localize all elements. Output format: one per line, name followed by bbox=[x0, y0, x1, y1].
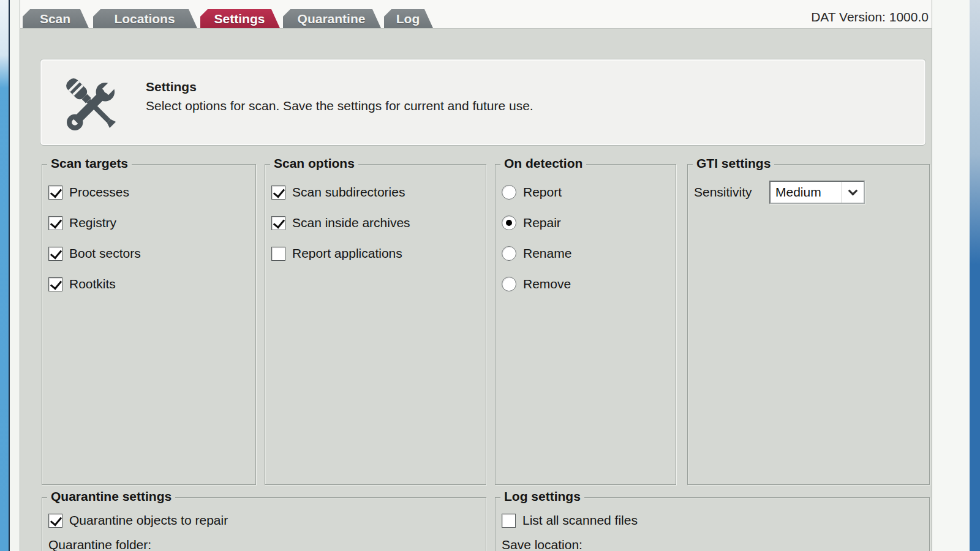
dat-version-text: DAT Version: 1000.0 bbox=[811, 10, 929, 24]
save-location-label: Save location: bbox=[496, 538, 929, 551]
window-frame-left-gutter bbox=[10, 0, 20, 551]
tab-quarantine[interactable]: Quarantine bbox=[283, 9, 381, 28]
radio-row-repair[interactable]: Repair bbox=[496, 208, 676, 238]
checkbox-label: Registry bbox=[69, 216, 116, 230]
checkbox-registry[interactable] bbox=[48, 216, 62, 230]
checkbox-label: Scan inside archives bbox=[292, 216, 410, 230]
tab-log[interactable]: Log bbox=[384, 9, 433, 28]
checkbox-row-scan-inside-archives[interactable]: Scan inside archives bbox=[265, 208, 486, 238]
page-title: Settings bbox=[146, 80, 197, 94]
radio-report[interactable] bbox=[502, 185, 516, 200]
radio-label: Remove bbox=[523, 277, 571, 291]
window-frame-left bbox=[0, 0, 9, 551]
radio-label: Repair bbox=[523, 216, 561, 230]
chevron-down-icon bbox=[848, 186, 858, 195]
radio-rename[interactable] bbox=[502, 246, 516, 261]
sensitivity-label: Sensitivity bbox=[694, 185, 769, 200]
checkbox-label: Scan subdirectories bbox=[292, 185, 405, 200]
checkbox-boot-sectors[interactable] bbox=[48, 247, 62, 261]
group-log-settings: Log settings List all scanned files Save… bbox=[495, 497, 930, 551]
checkbox-label: Report applications bbox=[292, 246, 402, 261]
checkbox-quarantine-objects[interactable] bbox=[48, 514, 62, 528]
checkbox-report-applications[interactable] bbox=[271, 247, 285, 261]
checkbox-row-report-applications[interactable]: Report applications bbox=[265, 238, 486, 269]
radio-repair[interactable] bbox=[502, 216, 516, 230]
group-legend: Quarantine settings bbox=[47, 489, 175, 504]
group-scan-targets: Scan targets Processes Registry Boot sec… bbox=[42, 164, 256, 485]
group-legend: Scan targets bbox=[47, 156, 132, 171]
checkbox-row-list-all-scanned[interactable]: List all scanned files bbox=[496, 505, 929, 536]
checkbox-row-scan-subdirectories[interactable]: Scan subdirectories bbox=[265, 177, 486, 208]
page-description: Select options for scan. Save the settin… bbox=[146, 99, 533, 113]
group-gti-settings: GTI settings Sensitivity Medium bbox=[687, 164, 930, 485]
checkbox-rootkits[interactable] bbox=[48, 277, 62, 291]
checkbox-row-registry[interactable]: Registry bbox=[42, 208, 255, 238]
quarantine-folder-label: Quarantine folder: bbox=[42, 538, 486, 551]
tab-settings[interactable]: Settings bbox=[200, 9, 280, 28]
dropdown-arrow-button[interactable] bbox=[842, 182, 864, 203]
radio-label: Rename bbox=[523, 246, 571, 261]
checkbox-label: Boot sectors bbox=[69, 246, 141, 261]
group-legend: Log settings bbox=[500, 489, 584, 504]
checkbox-scan-subdirectories[interactable] bbox=[271, 186, 285, 200]
radio-remove[interactable] bbox=[502, 277, 516, 291]
checkbox-label: List all scanned files bbox=[522, 513, 638, 528]
radio-label: Report bbox=[523, 185, 562, 200]
radio-row-report[interactable]: Report bbox=[496, 177, 676, 208]
group-scan-options: Scan options Scan subdirectories Scan in… bbox=[265, 164, 486, 485]
group-on-detection: On detection Report Repair Rename Remove bbox=[495, 164, 676, 485]
sensitivity-dropdown[interactable]: Medium bbox=[769, 181, 865, 204]
group-quarantine-settings: Quarantine settings Quarantine objects t… bbox=[42, 497, 486, 551]
group-legend: Scan options bbox=[270, 156, 358, 171]
checkbox-row-rootkits[interactable]: Rootkits bbox=[42, 269, 255, 299]
group-legend: On detection bbox=[500, 156, 586, 171]
window-frame-right-gutter bbox=[932, 0, 970, 551]
checkbox-row-processes[interactable]: Processes bbox=[42, 177, 255, 208]
tab-locations[interactable]: Locations bbox=[93, 9, 197, 28]
tab-scan[interactable]: Scan bbox=[23, 9, 89, 28]
checkbox-list-all-scanned[interactable] bbox=[502, 514, 516, 528]
checkbox-processes[interactable] bbox=[48, 186, 62, 200]
checkbox-label: Rootkits bbox=[69, 277, 116, 291]
app-window: Scan Locations Settings Quarantine Log D… bbox=[0, 0, 980, 551]
group-legend: GTI settings bbox=[693, 156, 774, 171]
radio-row-rename[interactable]: Rename bbox=[496, 238, 676, 269]
tools-icon bbox=[55, 67, 130, 142]
checkbox-label: Processes bbox=[69, 185, 129, 200]
checkbox-row-boot-sectors[interactable]: Boot sectors bbox=[42, 238, 255, 269]
radio-row-remove[interactable]: Remove bbox=[496, 269, 676, 299]
checkbox-scan-inside-archives[interactable] bbox=[271, 216, 285, 230]
window-frame-right bbox=[970, 0, 980, 551]
checkbox-label: Quarantine objects to repair bbox=[69, 513, 228, 528]
checkbox-row-quarantine-objects[interactable]: Quarantine objects to repair bbox=[42, 505, 486, 536]
sensitivity-dropdown-value: Medium bbox=[771, 185, 842, 200]
